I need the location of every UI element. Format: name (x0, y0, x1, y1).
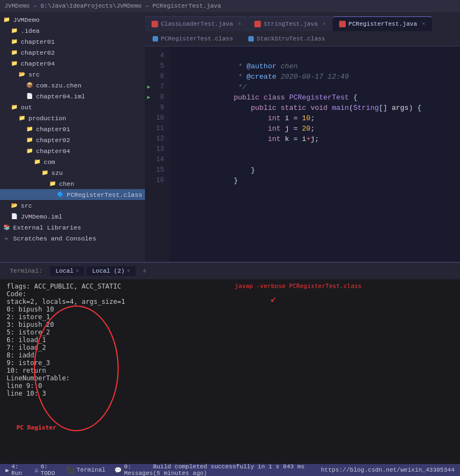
sidebar-item-chapter01[interactable]: 📁 chapter01 (0, 36, 145, 47)
sub-tab-pcregister-class[interactable]: PCRegisterTest.class (145, 32, 241, 46)
sidebar-item-scratches[interactable]: ✏️ Scratches and Consoles (0, 233, 145, 244)
tree-icon-production: 📁 (18, 114, 26, 122)
sidebar: 📁 JVMDemo 📁 .idea 📁 chapter01 📁 chapter0… (0, 12, 145, 262)
terminal-line-stack: stack=2, locals=4, args_size=1 (7, 298, 453, 305)
status-messages[interactable]: 💬 0: Messages (114, 463, 153, 476)
code-line-13 (174, 144, 460, 155)
sidebar-item-chen-out[interactable]: 📁 chen (0, 178, 145, 189)
tree-icon-szu-out: 📁 (40, 169, 49, 177)
status-run[interactable]: ▶ 4: Run (5, 463, 26, 476)
tab-close-loader[interactable]: × (238, 21, 241, 27)
tree-icon-chapter01-out: 📁 (25, 125, 34, 133)
tree-icon-chen-out: 📁 (48, 180, 57, 187)
sidebar-item-src[interactable]: 📂 src (0, 69, 145, 80)
tree-icon-chapter02-out: 📁 (25, 136, 34, 144)
sidebar-item-external-libs[interactable]: 📚 External Libraries (0, 222, 145, 233)
sidebar-item-com.szu.chen[interactable]: 📦 com.szu.chen (0, 80, 145, 91)
terminal-line-8: 8: iadd (7, 351, 453, 359)
sidebar-item-out[interactable]: 📁 out (0, 102, 145, 113)
line-num-16: 16 (145, 175, 170, 186)
tree-icon-jvmdemo: 📁 (2, 16, 11, 23)
bottom-panel: Terminal: Local × Local (2) × + flags: A… (0, 262, 460, 464)
tree-icon-chapter04-out: 📁 (25, 147, 34, 155)
sub-tab-label-stackstru-class: StackStruTest.class (257, 36, 325, 42)
terminal-line-9: 9: istore_3 (7, 359, 453, 367)
sidebar-item-szu-out[interactable]: 📁 szu (0, 167, 145, 178)
tree-icon-pcregistertest-class: 🔷 (56, 191, 65, 198)
editor-area: ClassLoaderTest.java × StringTest.java ×… (145, 12, 460, 262)
line-num-11: 11 (145, 124, 170, 134)
line-num-12: 12 (145, 134, 170, 144)
terminal-tab-local1-close[interactable]: × (75, 268, 79, 274)
line-numbers: 45678910111213141516 (145, 46, 170, 262)
command-annotation: javap -verbose PCRegisterTest.class (235, 283, 362, 290)
status-left: ▶ 4: Run ☑ 6: TODO ⬛ Terminal 💬 0: Messa… (5, 463, 153, 476)
tree-label-com.szu.chen: com.szu.chen (36, 82, 81, 89)
status-todo[interactable]: ☑ 6: TODO (35, 463, 59, 476)
pc-register-label: PC Register (16, 424, 56, 431)
terminal-line-7: 7: iload_2 (7, 344, 453, 351)
sidebar-item-chapter02-out[interactable]: 📁 chapter02 (0, 134, 145, 145)
line-num-14: 14 (145, 155, 170, 165)
tree-label-chapter04-out: chapter04 (36, 148, 70, 155)
sidebar-item-chapter04.iml[interactable]: 📄 chapter04.iml (0, 91, 145, 102)
sidebar-item-chapter04-out[interactable]: 📁 chapter04 (0, 145, 145, 156)
tree-label-jvmdemo: JVMDemo (13, 16, 39, 23)
app-container: JVMDemo – G:\Java\IdeaProjects\JVMDemo –… (0, 0, 460, 476)
tree-label-chapter01-out: chapter01 (36, 126, 70, 133)
terminal-content[interactable]: flags: ACC_PUBLIC, ACC_STATIC Code: stac… (0, 279, 460, 464)
tree-label-production: production (28, 115, 66, 122)
tree-label-com-out: com (44, 158, 55, 166)
sidebar-item-jvmdemo.iml[interactable]: 📄 JVMDemo.iml (0, 211, 145, 222)
tree-label-chapter02: chapter02 (21, 49, 55, 56)
terminal-tab-local2-label: Local (2) (92, 268, 124, 274)
sidebar-item-production[interactable]: 📁 production (0, 113, 145, 124)
sidebar-item-pcregistertest-class[interactable]: 🔷 PCRegisterTest.class (0, 189, 145, 200)
run-label: 4: Run (11, 463, 26, 476)
sidebar-item-chapter04[interactable]: 📁 chapter04 (0, 58, 145, 69)
terminal-line-10: 10: return (7, 367, 453, 374)
title-text: JVMDemo – G:\Java\IdeaProjects\JVMDemo –… (4, 3, 221, 9)
code-area[interactable]: 45678910111213141516 * @author chen * @c… (145, 46, 460, 262)
terminal-tab-local2-close[interactable]: × (127, 268, 130, 274)
tree-icon-chapter02: 📁 (10, 49, 19, 56)
line-num-7: 7 (145, 82, 170, 92)
tab-icon-string (254, 21, 261, 27)
sidebar-tree: 📁 JVMDemo 📁 .idea 📁 chapter01 📁 chapter0… (0, 12, 145, 262)
line-num-6: 6 (145, 72, 170, 82)
tree-icon-out: 📁 (10, 103, 19, 111)
tree-label-jvmdemo.iml: JVMDemo.iml (21, 213, 62, 220)
terminal-tab-local1[interactable]: Local × (50, 266, 84, 276)
sub-tabs: PCRegisterTest.class StackStruTest.class (145, 31, 460, 46)
status-bar: ▶ 4: Run ☑ 6: TODO ⬛ Terminal 💬 0: Messa… (0, 464, 460, 476)
terminal-line-0: 0: bipush 10 (7, 305, 453, 313)
status-terminal-btn[interactable]: ⬛ Terminal (67, 467, 106, 474)
tree-label-idea: .idea (21, 27, 40, 34)
terminal-line-2: 2: istore_1 (7, 313, 453, 321)
tab-close-string[interactable]: × (323, 21, 326, 27)
sidebar-item-chapter01-out[interactable]: 📁 chapter01 (0, 124, 145, 134)
sidebar-item-src2[interactable]: 📂 src (0, 200, 145, 211)
sidebar-item-jvmdemo[interactable]: 📁 JVMDemo (0, 14, 145, 25)
sub-tab-stackstru-class[interactable]: StackStruTest.class (241, 32, 333, 46)
sidebar-item-idea[interactable]: 📁 .idea (0, 25, 145, 36)
terminal-line-3: 3: bipush 20 (7, 321, 453, 328)
sidebar-item-com-out[interactable]: 📁 com (0, 156, 145, 167)
tab-string[interactable]: StringTest.java × (248, 16, 333, 31)
terminal-tab-local2[interactable]: Local (2) × (86, 266, 135, 276)
line-num-8: 8 (145, 92, 170, 103)
arrow-annotation: ↙ (270, 292, 276, 304)
sidebar-item-chapter02[interactable]: 📁 chapter02 (0, 47, 145, 58)
terminal-label: Terminal: (4, 266, 48, 276)
tab-icon-loader (152, 21, 158, 27)
tab-pcregister[interactable]: PCRegisterTest.java × (333, 16, 432, 31)
tree-label-external-libs: External Libraries (13, 224, 81, 231)
sub-tab-label-pcregister-class: PCRegisterTest.class (161, 36, 233, 42)
tree-icon-idea: 📁 (10, 27, 19, 34)
tab-loader[interactable]: ClassLoaderTest.java × (145, 16, 248, 31)
tree-icon-chapter04.iml: 📄 (25, 92, 34, 100)
tab-close-pcregister[interactable]: × (422, 21, 426, 27)
line-num-5: 5 (145, 61, 170, 72)
terminal-add-button[interactable]: + (138, 265, 151, 277)
tab-icon-pcregister (339, 21, 346, 27)
